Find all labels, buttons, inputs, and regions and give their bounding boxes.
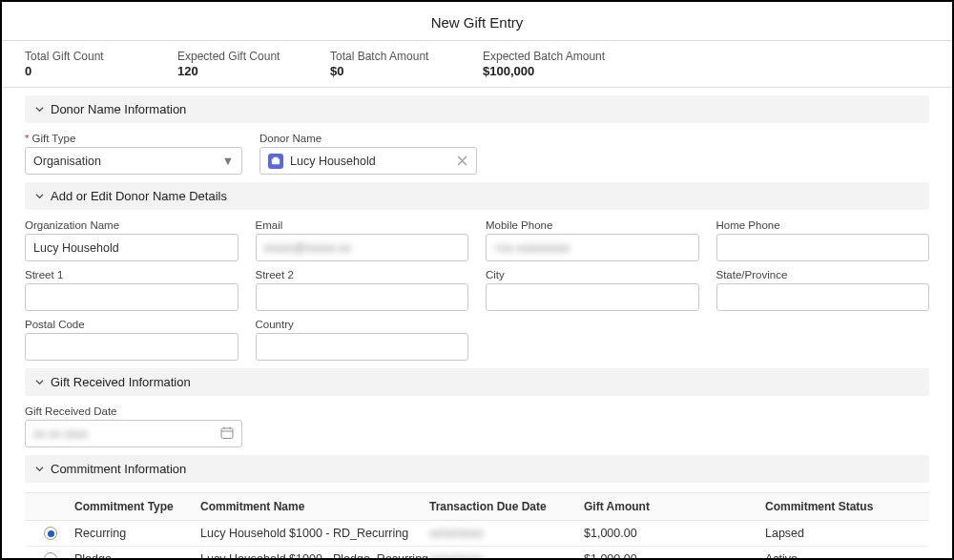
batch-stats: Total Gift Count 0 Expected Gift Count 1… [2,40,952,88]
commitment-table: Commitment Type Commitment Name Transact… [25,492,929,560]
section-title: Donor Name Information [51,102,186,116]
account-icon [268,154,283,169]
field-mobile-phone: Mobile Phone +xx xxxxxxxxx [486,219,699,261]
section-commitment[interactable]: Commitment Information [25,455,929,483]
stat-label: Total Batch Amount [330,50,483,63]
cell-date: xx/xx/xxxx [429,527,584,540]
section-title: Commitment Information [51,462,186,476]
page-title: New Gift Entry [2,2,952,40]
field-city: City [486,269,699,311]
stat-label: Expected Gift Count [177,50,330,63]
stat-value: 120 [177,64,330,78]
field-label: Country [256,319,469,330]
calendar-icon [220,425,234,442]
field-state: State/Province [716,269,930,311]
col-header-date: Transaction Due Date [429,500,584,513]
table-row[interactable]: PledgeLucy Household $1000 - Pledge_Recu… [25,547,929,560]
stat-label: Expected Batch Amount [483,50,654,63]
mobile-phone-input[interactable]: +xx xxxxxxxxx [486,234,699,261]
field-country: Country [256,319,469,361]
field-label: Postal Code [25,319,238,330]
field-email: Email xxxxx@xxxxx.xx [256,219,469,261]
col-header-status: Commitment Status [765,500,929,513]
city-input[interactable] [486,283,699,311]
section-gift-received[interactable]: Gift Received Information [25,368,929,396]
stat-total-batch-amount: Total Batch Amount $0 [330,50,483,78]
field-label: Street 2 [256,269,469,280]
row-radio[interactable] [44,552,57,560]
field-label: State/Province [716,269,930,280]
col-header-type: Commitment Type [74,500,200,513]
stat-value: $100,000 [483,64,654,78]
cell-type: Recurring [74,527,200,540]
svg-rect-1 [274,156,279,159]
row-radio[interactable] [44,527,57,540]
organization-name-input[interactable]: Lucy Household [25,234,238,261]
clear-icon[interactable] [455,155,468,168]
select-value: Organisation [33,155,101,168]
cell-date: xx/xx/xxxx [429,552,584,560]
field-label: Organization Name [25,219,238,231]
gift-received-date-input[interactable]: xx xx xxxx [25,420,242,447]
field-label: Mobile Phone [486,219,699,231]
table-row[interactable]: RecurringLucy Household $1000 - RD_Recur… [25,521,929,547]
field-label: City [486,269,699,280]
field-street1: Street 1 [25,269,238,311]
chevron-down-icon [34,105,44,114]
field-label: Donor Name [259,133,477,144]
chevron-down-icon [34,192,44,201]
field-gift-received-date: Gift Received Date xx xx xxxx [25,405,242,447]
donor-name-lookup[interactable]: Lucy Household [259,147,477,175]
field-label: Gift Type [31,133,75,144]
col-header-amount: Gift Amount [584,500,765,513]
field-label: Street 1 [25,269,238,280]
stat-value: $0 [330,64,483,78]
field-label: Gift Received Date [25,405,242,417]
col-header-name: Commitment Name [200,500,429,513]
stat-expected-batch-amount: Expected Batch Amount $100,000 [483,50,654,78]
cell-name: Lucy Household $1000 - RD_Recurring [200,527,429,540]
street1-input[interactable] [25,283,238,311]
table-header-row: Commitment Type Commitment Name Transact… [25,492,929,521]
email-input[interactable]: xxxxx@xxxxx.xx [256,234,469,261]
field-postal: Postal Code [25,319,238,361]
chevron-down-icon [34,378,44,387]
field-organization-name: Organization Name Lucy Household [25,219,238,261]
field-label: Email [256,219,469,231]
cell-status: Lapsed [765,527,929,540]
svg-rect-0 [272,158,280,164]
caret-down-icon: ▼ [222,155,234,168]
stat-label: Total Gift Count [25,50,177,63]
cell-name: Lucy Household $1000 - Pledge_Recurring [200,552,429,560]
cell-type: Pledge [74,552,200,560]
cell-amount: $1,000.00 [584,527,765,540]
field-gift-type: *Gift Type Organisation ▼ [25,133,242,175]
lookup-value: Lucy Household [290,155,376,168]
country-input[interactable] [256,333,469,361]
section-donor-details[interactable]: Add or Edit Donor Name Details [25,182,929,210]
cell-amount: $1,000.00 [584,552,765,560]
field-street2: Street 2 [256,269,469,311]
field-donor-name: Donor Name Lucy Household [259,133,477,175]
section-donor-name-info[interactable]: Donor Name Information [25,95,929,123]
svg-rect-2 [221,428,233,439]
gift-type-select[interactable]: Organisation ▼ [25,147,242,175]
stat-expected-gift-count: Expected Gift Count 120 [177,50,330,78]
field-label: Home Phone [716,219,930,231]
cell-status: Active [765,552,929,560]
street2-input[interactable] [256,283,469,311]
stat-value: 0 [25,64,177,78]
stat-total-gift-count: Total Gift Count 0 [25,50,177,78]
field-home-phone: Home Phone [716,219,930,261]
section-title: Add or Edit Donor Name Details [51,189,227,203]
section-title: Gift Received Information [51,375,191,389]
chevron-down-icon [34,465,44,474]
home-phone-input[interactable] [716,234,930,261]
state-input[interactable] [716,283,930,311]
postal-input[interactable] [25,333,238,361]
